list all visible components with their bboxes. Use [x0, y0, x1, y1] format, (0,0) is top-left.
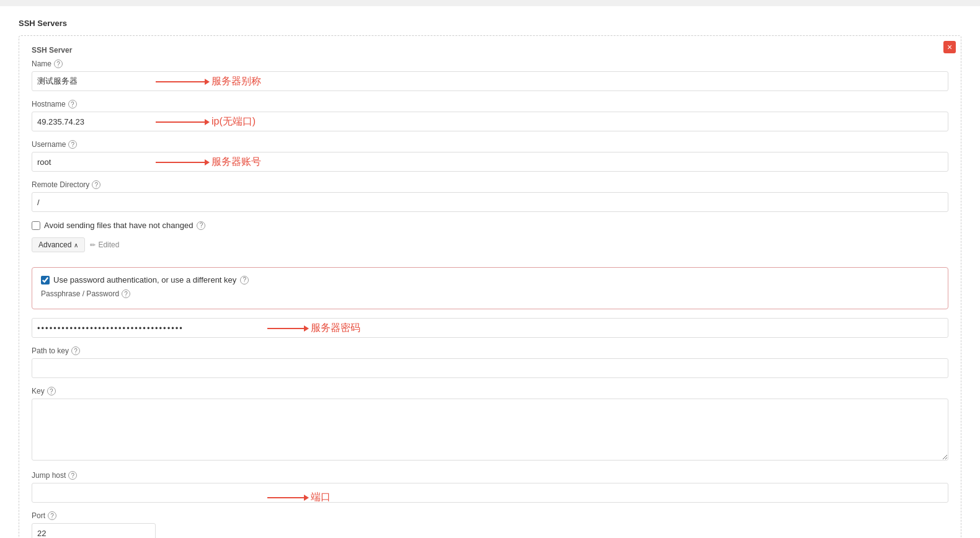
key-label: Key ?: [32, 387, 948, 395]
passphrase-help-icon[interactable]: ?: [122, 289, 130, 298]
top-bar: [0, 0, 980, 6]
username-field-group: Username ? 服务器账号: [32, 140, 948, 172]
name-label: Name ?: [32, 60, 948, 68]
ssh-server-label: SSH Server: [32, 46, 948, 55]
username-input[interactable]: [32, 152, 948, 172]
edited-label-wrapper: ✏ Edited: [90, 240, 119, 249]
port-field-group: Port ?: [32, 511, 948, 538]
port-help-icon[interactable]: ?: [48, 511, 56, 520]
main-content: SSH Servers × SSH Server Name ?: [0, 6, 980, 538]
avoid-sending-label: Avoid sending files that have not change…: [44, 221, 193, 230]
remote-dir-label: Remote Directory ?: [32, 180, 948, 189]
username-input-wrapper: 服务器账号: [32, 152, 948, 172]
path-to-key-help-icon[interactable]: ?: [71, 346, 80, 355]
jump-host-label: Jump host ?: [32, 471, 948, 480]
use-password-row: Use password authentication, or use a di…: [41, 275, 939, 284]
page-container: SSH Servers × SSH Server Name ?: [0, 0, 980, 538]
advanced-label: Advanced: [38, 240, 71, 249]
passphrase-label: Passphrase / Password ?: [41, 289, 939, 298]
key-textarea[interactable]: [32, 399, 948, 461]
remote-dir-help-icon[interactable]: ?: [92, 180, 100, 189]
hostname-help-icon[interactable]: ?: [68, 100, 77, 108]
path-to-key-field-group: Path to key ?: [32, 346, 948, 378]
chevron-down-icon: ∧: [74, 242, 78, 249]
jump-host-help-icon[interactable]: ?: [68, 471, 77, 480]
passphrase-input[interactable]: [32, 318, 948, 338]
pencil-icon: ✏: [90, 241, 96, 249]
passphrase-field-group: 服务器密码: [32, 318, 948, 338]
path-to-key-input[interactable]: [32, 358, 948, 378]
username-help-icon[interactable]: ?: [68, 140, 77, 149]
server-card: × SSH Server Name ? 服务: [19, 35, 961, 538]
advanced-toggle-button[interactable]: Advanced ∧: [32, 237, 85, 252]
edited-text: Edited: [98, 240, 119, 249]
close-button[interactable]: ×: [943, 41, 956, 53]
remote-dir-field-group: Remote Directory ?: [32, 180, 948, 212]
key-help-icon[interactable]: ?: [47, 387, 56, 395]
use-password-label: Use password authentication, or use a di…: [53, 275, 236, 284]
hostname-input-wrapper: ip(无端口): [32, 112, 948, 131]
key-field-group: Key ?: [32, 387, 948, 462]
advanced-section: Use password authentication, or use a di…: [32, 267, 948, 309]
port-label: Port ?: [32, 511, 948, 520]
path-to-key-label: Path to key ?: [32, 346, 948, 355]
avoid-sending-help-icon[interactable]: ?: [197, 221, 205, 230]
name-input-wrapper: 服务器别称: [32, 71, 948, 91]
hostname-field-group: Hostname ? ip(无端口): [32, 100, 948, 131]
port-input[interactable]: [32, 523, 156, 538]
username-label: Username ?: [32, 140, 948, 149]
name-help-icon[interactable]: ?: [54, 60, 63, 68]
section-title: SSH Servers: [19, 19, 961, 28]
hostname-label: Hostname ?: [32, 100, 948, 108]
use-password-checkbox[interactable]: [41, 276, 50, 284]
use-password-help-icon[interactable]: ?: [240, 276, 249, 284]
jump-host-field-group: Jump host ? 端口: [32, 471, 948, 503]
jump-host-input[interactable]: [32, 483, 948, 503]
hostname-input[interactable]: [32, 112, 948, 131]
avoid-sending-row: Avoid sending files that have not change…: [32, 221, 948, 230]
remote-dir-input[interactable]: [32, 192, 948, 212]
avoid-sending-checkbox[interactable]: [32, 221, 40, 230]
name-field-group: Name ? 服务器别称: [32, 60, 948, 91]
name-input[interactable]: [32, 71, 948, 91]
toggle-controls: Advanced ∧ ✏ Edited: [32, 237, 948, 260]
